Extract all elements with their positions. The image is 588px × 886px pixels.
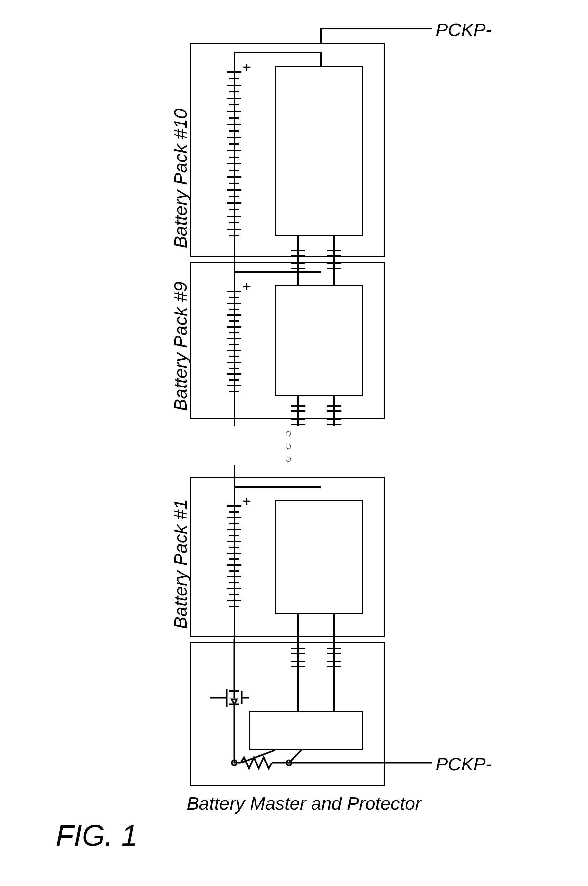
page: FIG. 1 Battery Master and Protector PCKP…	[0, 0, 588, 886]
dots-2	[286, 444, 291, 449]
dots-1	[286, 431, 291, 436]
resistor-icon	[241, 757, 272, 768]
svg-line-107	[289, 750, 302, 763]
wire-pckp-top	[321, 28, 432, 43]
pack-10-detail	[227, 52, 341, 285]
mosfet-icon	[226, 689, 249, 707]
pack-9-detail	[227, 249, 341, 426]
master-detail	[210, 639, 302, 768]
wiring-svg	[0, 0, 588, 886]
pack-1-detail	[227, 465, 341, 711]
dots-3	[286, 457, 291, 462]
svg-line-106	[241, 750, 275, 763]
